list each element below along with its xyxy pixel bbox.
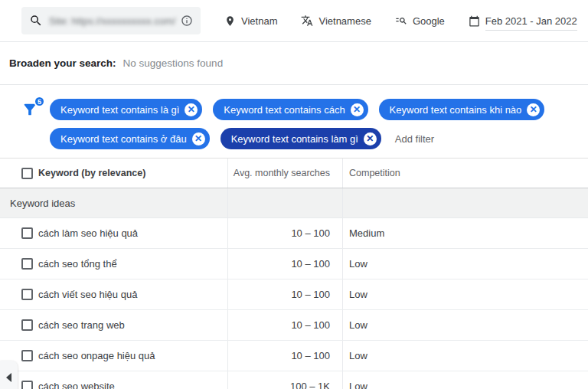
- avg-monthly-searches-cell: 100 – 1K: [227, 371, 342, 389]
- collapse-panel-button[interactable]: [0, 361, 18, 389]
- info-icon[interactable]: [181, 15, 193, 27]
- row-checkbox[interactable]: [21, 350, 33, 361]
- filter-chip-label: Keyword text contains cách: [224, 104, 345, 116]
- language-selector[interactable]: Vietnamese: [301, 15, 371, 27]
- network-selector[interactable]: Google: [395, 15, 445, 27]
- table-row: cách seo tổng thể 10 – 100 Low: [0, 249, 588, 279]
- keyword-cell: cách làm seo hiệu quả: [38, 218, 227, 248]
- row-checkbox-cell: [0, 279, 38, 309]
- broaden-search-bar: Broaden your search: No suggestions foun…: [0, 42, 588, 85]
- avg-monthly-searches-cell: 10 – 100: [227, 310, 342, 340]
- location-label: Vietnam: [241, 15, 277, 27]
- close-icon[interactable]: ✕: [351, 103, 364, 116]
- date-range-selector[interactable]: Feb 2021 - Jan 2022: [469, 15, 588, 27]
- select-all-checkbox[interactable]: [21, 168, 33, 179]
- filter-chips: Keyword text contains là gì ✕ Keyword te…: [50, 99, 555, 149]
- close-icon[interactable]: ✕: [192, 132, 205, 145]
- table-body: cách làm seo hiệu quả 10 – 100 Medium cá…: [0, 218, 588, 389]
- section-spacer-competition: [342, 188, 588, 217]
- competition-cell: Low: [342, 371, 588, 389]
- filter-chip[interactable]: Keyword text contains cách ✕: [213, 99, 368, 120]
- location-selector[interactable]: Vietnam: [224, 15, 277, 27]
- competition-cell: Medium: [342, 218, 588, 248]
- select-all-checkbox-cell: [0, 159, 38, 188]
- competition-cell: Low: [342, 310, 588, 340]
- location-pin-icon: [224, 15, 236, 27]
- row-checkbox[interactable]: [21, 258, 33, 270]
- avg-monthly-searches-cell: 10 – 100: [227, 341, 342, 371]
- competition-cell: Low: [342, 249, 588, 279]
- network-label: Google: [413, 15, 445, 27]
- table-header-row: Keyword (by relevance) Avg. monthly sear…: [0, 158, 588, 188]
- close-icon[interactable]: ✕: [185, 103, 198, 116]
- broaden-search-label: Broaden your search:: [9, 57, 116, 69]
- filter-funnel-icon[interactable]: 5: [21, 101, 40, 121]
- filter-chip[interactable]: Keyword text contains khi nào ✕: [379, 99, 545, 120]
- keyword-cell: cách seo trang web: [38, 310, 227, 340]
- broaden-search-value: No suggestions found: [123, 57, 224, 69]
- date-range-label: Feb 2021 - Jan 2022: [485, 15, 577, 31]
- language-label: Vietnamese: [318, 15, 371, 27]
- row-checkbox-cell: [0, 249, 38, 279]
- filter-chip[interactable]: Keyword text contains ở đâu ✕: [50, 128, 210, 149]
- keyword-cell: cách seo onpage hiệu quả: [38, 341, 227, 371]
- competition-cell: Low: [342, 341, 588, 371]
- row-checkbox-cell: [0, 310, 38, 340]
- column-header-competition[interactable]: Competition: [342, 159, 588, 188]
- row-checkbox[interactable]: [21, 381, 33, 389]
- search-input[interactable]: Site: https://xxxxxxxxxx.com/: [21, 7, 201, 34]
- table-row: cách seo trang web 10 – 100 Low: [0, 310, 588, 341]
- row-checkbox[interactable]: [21, 319, 33, 331]
- row-checkbox[interactable]: [21, 227, 33, 239]
- keyword-cell: cách seo tổng thể: [38, 249, 227, 279]
- close-icon[interactable]: ✕: [527, 103, 540, 116]
- toolbar: Site: https://xxxxxxxxxx.com/ Vietnam Vi…: [0, 0, 588, 42]
- filter-chip[interactable]: Keyword text contains là gì ✕: [50, 99, 202, 120]
- row-checkbox[interactable]: [21, 289, 33, 300]
- avg-monthly-searches-cell: 10 – 100: [227, 279, 342, 309]
- table-row: cách seo website 100 – 1K Low: [0, 371, 588, 389]
- keyword-table: Keyword (by relevance) Avg. monthly sear…: [0, 158, 588, 389]
- collapse-left-icon: [6, 373, 11, 382]
- search-icon: [29, 14, 43, 28]
- section-spacer-avg: [227, 188, 342, 217]
- avg-monthly-searches-cell: 10 – 100: [227, 218, 342, 248]
- table-row: cách làm seo hiệu quả 10 – 100 Medium: [0, 218, 588, 249]
- calendar-icon: [469, 15, 480, 27]
- table-row: cách seo onpage hiệu quả 10 – 100 Low: [0, 341, 588, 371]
- translate-icon: [301, 15, 313, 27]
- column-header-keyword[interactable]: Keyword (by relevance): [38, 159, 227, 188]
- search-input-value: Site: https://xxxxxxxxxx.com/: [49, 15, 176, 27]
- filter-chip-label: Keyword text contains khi nào: [390, 104, 522, 116]
- filter-bar: 5 Keyword text contains là gì ✕ Keyword …: [0, 85, 588, 158]
- filter-chip-label: Keyword text contains ở đâu: [60, 133, 187, 145]
- competition-cell: Low: [342, 279, 588, 309]
- table-row: cách viết seo hiệu quả 10 – 100 Low: [0, 279, 588, 310]
- column-header-avg-monthly-searches[interactable]: Avg. monthly searches: [227, 159, 342, 188]
- filter-chip-label: Keyword text contains làm gì: [231, 133, 358, 145]
- filter-count-badge: 5: [34, 96, 45, 107]
- search-network-icon: [395, 15, 407, 27]
- keyword-cell: cách viết seo hiệu quả: [38, 279, 227, 309]
- close-icon[interactable]: ✕: [364, 132, 377, 145]
- row-checkbox-cell: [0, 218, 38, 248]
- filter-chip[interactable]: Keyword text contains làm gì ✕: [220, 128, 381, 149]
- avg-monthly-searches-cell: 10 – 100: [227, 249, 342, 279]
- keyword-ideas-section-row: Keyword ideas: [0, 188, 588, 218]
- section-label: Keyword ideas: [0, 188, 227, 217]
- keyword-cell: cách seo website: [38, 371, 227, 389]
- add-filter-button[interactable]: Add filter: [395, 133, 434, 145]
- filter-chip-label: Keyword text contains là gì: [60, 104, 179, 116]
